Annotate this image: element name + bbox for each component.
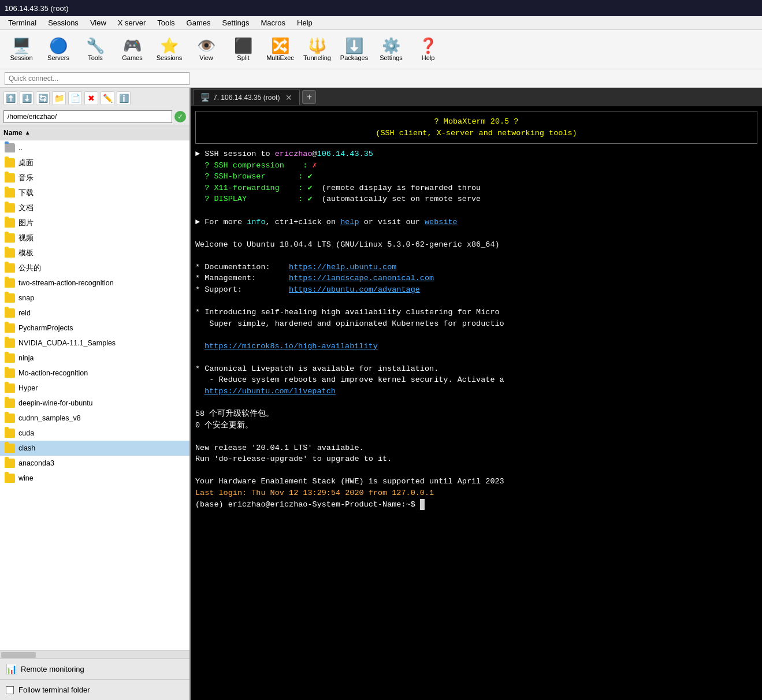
- folder-icon: [5, 399, 15, 408]
- toolbar-sessions-btn[interactable]: ⭐ Sessions: [153, 33, 186, 66]
- toolbar-help-btn[interactable]: ❓ Help: [411, 33, 445, 66]
- terminal-tab[interactable]: 🖥️ 7. 106.14.43.35 (root) ✕: [193, 89, 300, 105]
- list-item[interactable]: 音乐: [0, 170, 189, 185]
- refresh-btn[interactable]: 🔄: [36, 91, 50, 105]
- list-item[interactable]: PycharmProjects: [0, 321, 189, 336]
- list-item[interactable]: NVIDIA_CUDA-11.1_Samples: [0, 336, 189, 351]
- menu-settings[interactable]: Settings: [217, 17, 255, 28]
- menu-sessions[interactable]: Sessions: [42, 17, 84, 28]
- toolbar-session-btn[interactable]: 🖥️ Session: [5, 33, 38, 66]
- split-icon: ⬛: [234, 38, 252, 53]
- settings-icon: ⚙️: [382, 38, 400, 53]
- ssh-session-line: ► SSH session to ericzhao@106.14.43.35: [195, 148, 757, 160]
- toolbar-multiexec-btn[interactable]: 🔀 MultiExec: [263, 33, 297, 66]
- list-item[interactable]: deepin-wine-for-ubuntu: [0, 396, 189, 411]
- file-name: 文档: [18, 203, 34, 213]
- menu-bar: Terminal Sessions View X server Tools Ga…: [0, 16, 762, 30]
- list-item[interactable]: anaconda3: [0, 456, 189, 471]
- remote-monitoring-section[interactable]: 📊 Remote monitoring: [0, 658, 189, 679]
- menu-xserver[interactable]: X server: [112, 17, 151, 28]
- view-label: View: [199, 54, 213, 61]
- file-name: 视频: [18, 233, 34, 243]
- session-icon: 🖥️: [12, 38, 31, 53]
- menu-terminal[interactable]: Terminal: [2, 17, 42, 28]
- list-item[interactable]: 下载: [0, 185, 189, 200]
- packages-label: Packages: [340, 54, 368, 61]
- terminal-tab-icon: 🖥️: [200, 93, 210, 102]
- path-input[interactable]: [3, 110, 172, 123]
- microk8s-block: * Introducing self-healing high availabi…: [195, 307, 757, 352]
- list-item[interactable]: 公共的: [0, 260, 189, 275]
- name-column-header[interactable]: Name: [3, 129, 23, 137]
- welcome-line1: ? MobaXterm 20.5 ?: [205, 116, 748, 128]
- terminal-content[interactable]: ? MobaXterm 20.5 ? (SSH client, X-server…: [191, 106, 762, 700]
- menu-games[interactable]: Games: [181, 17, 217, 28]
- file-name-clash: clash: [18, 444, 35, 452]
- list-item[interactable]: two-stream-action-recognition: [0, 275, 189, 291]
- toolbar-split-btn[interactable]: ⬛ Split: [226, 33, 260, 66]
- folder-icon: [5, 188, 15, 198]
- menu-tools[interactable]: Tools: [151, 17, 180, 28]
- folder-icon: [5, 173, 15, 183]
- file-toolbar: ⬆️ ⬇️ 🔄 📁 📄 ✖ ✏️ ℹ️ ✓: [0, 88, 189, 125]
- upload-btn[interactable]: ⬆️: [3, 91, 17, 105]
- info-btn[interactable]: ℹ️: [117, 91, 131, 105]
- toolbar-tunneling-btn[interactable]: 🔱 Tunneling: [300, 33, 334, 66]
- list-item[interactable]: ..: [0, 140, 189, 155]
- tab-close-btn[interactable]: ✕: [285, 93, 292, 102]
- new-tab-btn[interactable]: +: [302, 90, 316, 104]
- folder-icon: [5, 338, 15, 348]
- file-list[interactable]: .. 桌面 音乐 下载 文档 图片: [0, 140, 189, 650]
- list-item[interactable]: 桌面: [0, 155, 189, 170]
- list-item[interactable]: Hyper: [0, 381, 189, 396]
- delete-btn[interactable]: ✖: [84, 91, 98, 105]
- title-bar: 106.14.43.35 (root): [0, 0, 762, 16]
- list-item[interactable]: 模板: [0, 245, 189, 260]
- cursor: [420, 499, 425, 511]
- new-file-btn[interactable]: 📄: [68, 91, 82, 105]
- list-item[interactable]: wine: [0, 471, 189, 486]
- file-name: cuda: [18, 429, 34, 437]
- list-item[interactable]: 图片: [0, 215, 189, 230]
- list-item[interactable]: reid: [0, 306, 189, 321]
- list-item[interactable]: 文档: [0, 200, 189, 215]
- folder-icon: [5, 143, 15, 152]
- list-item[interactable]: Mo-action-recognition: [0, 366, 189, 381]
- menu-help[interactable]: Help: [291, 17, 318, 28]
- toolbar-games-btn[interactable]: 🎮 Games: [116, 33, 149, 66]
- tab-bar: 🖥️ 7. 106.14.43.35 (root) ✕ +: [191, 88, 762, 106]
- quick-connect-input[interactable]: [5, 72, 189, 85]
- tunneling-icon: 🔱: [308, 38, 326, 53]
- list-item-clash[interactable]: clash: [0, 441, 189, 456]
- download-btn[interactable]: ⬇️: [20, 91, 34, 105]
- toolbar-servers-btn[interactable]: 🔵 Servers: [42, 33, 75, 66]
- display-line: ? DISPLAY : ✔ (automatically set on remo…: [195, 193, 757, 205]
- hwe-line: Your Hardware Enablement Stack (HWE) is …: [195, 476, 757, 487]
- list-item[interactable]: snap: [0, 291, 189, 306]
- list-item[interactable]: cudnn_samples_v8: [0, 411, 189, 426]
- list-item[interactable]: cuda: [0, 426, 189, 441]
- menu-view[interactable]: View: [84, 17, 112, 28]
- menu-macros[interactable]: Macros: [255, 17, 291, 28]
- file-name: PycharmProjects: [18, 324, 73, 332]
- follow-terminal-checkbox[interactable]: [6, 686, 14, 694]
- toolbar-view-btn[interactable]: 👁️ View: [189, 33, 223, 66]
- folder-icon: [5, 459, 15, 468]
- tools-icon: 🔧: [86, 38, 105, 53]
- docs-block: * Documentation: https://help.ubuntu.com…: [195, 262, 757, 296]
- toolbar-settings-btn[interactable]: ⚙️ Settings: [374, 33, 408, 66]
- horizontal-scrollbar[interactable]: [0, 650, 189, 658]
- path-ok-btn[interactable]: ✓: [174, 111, 186, 122]
- toolbar-packages-btn[interactable]: ⬇️ Packages: [337, 33, 371, 66]
- livepatch-block: * Canonical Livepatch is available for i…: [195, 363, 757, 397]
- split-label: Split: [237, 54, 249, 61]
- folder-icon: [5, 308, 15, 318]
- help-icon: ❓: [419, 38, 437, 53]
- new-folder-btn[interactable]: 📁: [52, 91, 66, 105]
- list-item[interactable]: 视频: [0, 230, 189, 245]
- scrollbar-thumb[interactable]: [1, 652, 36, 658]
- rename-btn[interactable]: ✏️: [101, 91, 114, 105]
- list-item[interactable]: ninja: [0, 351, 189, 366]
- toolbar-tools-btn[interactable]: 🔧 Tools: [79, 33, 112, 66]
- file-name: 图片: [18, 218, 34, 228]
